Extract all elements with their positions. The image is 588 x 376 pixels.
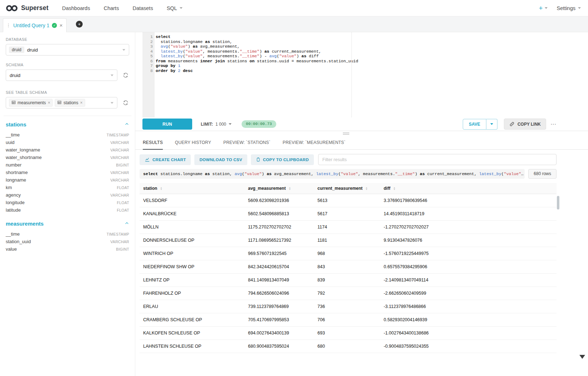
new-item-button[interactable]: + bbox=[539, 4, 547, 12]
column-row: water_shortnameVARCHAR bbox=[6, 154, 129, 161]
schema-table-stations: stations__timeTIMESTAMPuuidVARCHARwater_… bbox=[6, 120, 129, 214]
copy-to-clipboard-button[interactable]: COPY TO CLIPBOARD bbox=[251, 154, 314, 165]
table-cell: 706 bbox=[314, 317, 380, 322]
schema-select[interactable]: druid bbox=[6, 69, 117, 81]
results-tab-preview-measurements[interactable]: PREVIEW: `MEASUREMENTS` bbox=[283, 135, 346, 149]
limit-dropdown[interactable]: LIMIT: 1 000 bbox=[201, 122, 232, 127]
column-header-label: avg_measurement bbox=[248, 186, 286, 191]
column-header-avg-measurement[interactable]: avg_measurement▲▼ bbox=[244, 186, 314, 191]
settings-menu[interactable]: Settings bbox=[557, 5, 581, 11]
code-area[interactable]: select stations.longname as station, avg… bbox=[155, 32, 588, 117]
table-row[interactable]: VELSDORF5609.62309820193656133.376901798… bbox=[140, 194, 557, 207]
copy-link-button[interactable]: COPY LINK bbox=[504, 119, 546, 130]
table-cell: NIEDERFINOW SHW OP bbox=[140, 264, 244, 269]
table-tag-label: measurements bbox=[18, 100, 46, 105]
nav-item-label: Charts bbox=[104, 5, 119, 11]
column-row: longnameVARCHAR bbox=[6, 176, 129, 184]
query-timer-badge: 00:00:00.73 bbox=[242, 120, 276, 128]
more-options-icon[interactable]: ··· bbox=[551, 121, 557, 127]
column-name: uuid bbox=[6, 140, 15, 145]
nav-item-charts[interactable]: Charts bbox=[104, 5, 119, 11]
query-preview: select stations.longname as station, avg… bbox=[140, 169, 525, 179]
column-type: FLOAT bbox=[117, 201, 129, 205]
column-type: BIGINT bbox=[116, 163, 129, 167]
scroll-down-arrow-icon[interactable] bbox=[579, 355, 585, 359]
database-value: druid bbox=[27, 47, 38, 53]
nav-item-dashboards[interactable]: Dashboards bbox=[62, 5, 90, 11]
query-tab-title: Untitled Query 1 bbox=[13, 23, 49, 28]
save-caret-button[interactable] bbox=[486, 119, 497, 130]
column-name: water_longname bbox=[6, 147, 40, 153]
results-tab-query-history[interactable]: QUERY HISTORY bbox=[175, 135, 211, 149]
close-tab-icon[interactable]: × bbox=[59, 22, 63, 28]
table-row[interactable]: WINTRICH OP969.576071922545968-1.5760719… bbox=[140, 247, 557, 260]
table-schema-select[interactable]: measurements×stations× bbox=[6, 97, 117, 109]
code-lines: select stations.longname as station, avg… bbox=[156, 34, 588, 73]
results-table: station▲▼avg_measurement▲▼current_measur… bbox=[140, 183, 557, 353]
drag-handle-icon[interactable]: ⋮ bbox=[6, 23, 11, 28]
column-name: shortname bbox=[6, 170, 28, 175]
create-chart-button[interactable]: CREATE CHART bbox=[140, 154, 191, 165]
table-row[interactable]: NIEDERFINOW SHW OP842.34244206157048430.… bbox=[140, 260, 557, 274]
column-header-current-measurement[interactable]: current_measurement▲▼ bbox=[314, 186, 380, 191]
table-row[interactable]: CRAMBERG SCHLEUSE OP705.4170697995853706… bbox=[140, 313, 557, 327]
table-cell: 5602.548096885813 bbox=[244, 211, 314, 216]
column-row: station_uuidVARCHAR bbox=[6, 238, 129, 245]
database-label: DATABASE bbox=[6, 37, 129, 42]
table-row[interactable]: KANALBRÜCKE5602.548096885813561714.45190… bbox=[140, 207, 557, 221]
line-number: 2 bbox=[142, 39, 153, 44]
editor-gutter: 12345678 bbox=[142, 32, 155, 117]
column-type: TIMESTAMP bbox=[107, 232, 129, 236]
column-name: longname bbox=[6, 177, 26, 183]
database-type-badge: druid bbox=[9, 47, 24, 53]
remove-tag-icon[interactable]: × bbox=[48, 100, 50, 105]
run-button[interactable]: RUN bbox=[142, 119, 192, 130]
table-row[interactable]: KALKOFEN SCHLEUSE OP694.0027643400139693… bbox=[140, 327, 557, 340]
sort-icon[interactable]: ▲▼ bbox=[160, 187, 162, 190]
table-cell: 5613 bbox=[314, 198, 380, 203]
column-header-diff[interactable]: diff▲▼ bbox=[380, 186, 557, 191]
filter-results-input[interactable] bbox=[318, 154, 557, 165]
sql-code-editor[interactable]: 12345678 select stations.longname as sta… bbox=[135, 32, 588, 117]
results-tab-preview-stations[interactable]: PREVIEW: `STATIONS` bbox=[223, 135, 271, 149]
brand[interactable]: Superset bbox=[5, 4, 49, 12]
table-row[interactable]: LAHNSTEIN SCHLEUSE OP680.900483759502468… bbox=[140, 340, 557, 353]
save-button[interactable]: SAVE bbox=[463, 119, 486, 130]
table-cell: LEHNITZ OP bbox=[140, 278, 244, 283]
schema-table-header-stations[interactable]: stations bbox=[6, 120, 129, 128]
query-tab-active[interactable]: ⋮ Untitled Query 1 ✓ × bbox=[3, 18, 67, 32]
refresh-tables-icon[interactable] bbox=[122, 99, 129, 106]
chevron-down-icon bbox=[111, 74, 113, 76]
link-icon bbox=[509, 121, 515, 127]
superset-app: Superset DashboardsChartsDatasetsSQL + S… bbox=[0, 0, 588, 376]
schema-table-header-measurements[interactable]: measurements bbox=[6, 220, 129, 227]
table-row[interactable]: MÖLLN1175.27027027027021174-1.2702702702… bbox=[140, 221, 557, 234]
sort-icon[interactable]: ▲▼ bbox=[288, 187, 291, 190]
table-row[interactable]: FAHRENHOLZ OP794.6626506024096792-2.6626… bbox=[140, 287, 557, 300]
resize-grip[interactable] bbox=[343, 132, 349, 135]
results-tab-results[interactable]: RESULTS bbox=[143, 135, 163, 149]
download-csv-button[interactable]: DOWNLOAD TO CSV bbox=[194, 154, 247, 165]
nav-item-datasets[interactable]: Datasets bbox=[132, 5, 153, 11]
table-icon bbox=[11, 100, 16, 106]
nav-item-sql[interactable]: SQL bbox=[167, 5, 183, 11]
column-row: water_longnameVARCHAR bbox=[6, 146, 129, 154]
table-row[interactable]: ERLAU739.1123789764869736-3.112378976486… bbox=[140, 300, 557, 313]
column-header-station[interactable]: station▲▼ bbox=[140, 186, 244, 191]
database-select[interactable]: druid druid bbox=[6, 44, 129, 56]
table-row[interactable]: LEHNITZ OP841.1409813407049839-2.1409813… bbox=[140, 274, 557, 287]
add-tab-button[interactable]: + bbox=[76, 21, 83, 28]
code-line: latest_by("value", measurements."__time"… bbox=[156, 49, 588, 54]
column-type: FLOAT bbox=[117, 185, 129, 190]
remove-tag-icon[interactable]: × bbox=[80, 100, 83, 105]
copy-to-clipboard-label: COPY TO CLIPBOARD bbox=[263, 158, 309, 162]
line-number: 7 bbox=[142, 63, 153, 68]
plus-icon: + bbox=[539, 4, 543, 12]
refresh-schema-icon[interactable] bbox=[122, 72, 129, 79]
code-line: select bbox=[156, 34, 588, 39]
sort-icon[interactable]: ▲▼ bbox=[365, 187, 368, 190]
table-cell: 9.91304347826076 bbox=[380, 238, 557, 243]
table-row[interactable]: DONNERSCHLEUSE OP1171.086956521739211819… bbox=[140, 234, 557, 247]
vertical-scrollbar-thumb[interactable] bbox=[557, 196, 559, 209]
sort-icon[interactable]: ▲▼ bbox=[393, 187, 395, 190]
